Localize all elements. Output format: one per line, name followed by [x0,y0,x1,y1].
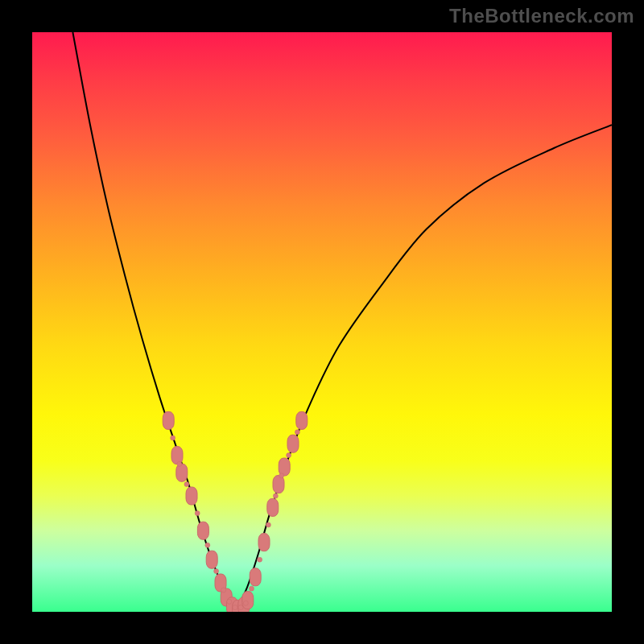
highlight-marker-dot [195,511,200,516]
highlight-marker [197,522,208,539]
highlight-marker-dot [273,493,278,498]
highlight-marker-dot [171,436,175,440]
curve-left-branch [72,32,235,612]
highlight-marker-dot [279,473,284,478]
highlight-marker [267,498,279,516]
highlight-marker [287,435,299,452]
highlight-marker-dot [214,569,219,574]
highlight-marker [296,411,308,429]
highlight-marker-dot [227,599,232,604]
highlight-marker-dot [258,557,262,562]
chart-frame: TheBottleneck.com [0,0,644,644]
highlight-marker-dot [184,482,189,487]
highlight-marker-dot [295,430,299,435]
highlight-marker-dot [250,586,254,591]
chart-svg [32,32,612,612]
highlight-marker [273,476,284,493]
highlight-marker-dot [177,461,182,466]
highlight-marker-dot [205,543,210,547]
highlight-marker-dot [243,601,248,605]
highlight-marker [258,534,270,551]
curve-right-branch [235,125,612,612]
plot-area [32,32,612,612]
highlight-marker [171,447,183,464]
highlight-marker [186,487,197,505]
highlight-marker-dot [221,588,226,592]
highlight-marker-dot [233,605,237,610]
watermark-text: TheBottleneck.com [449,5,634,27]
highlight-marker [250,568,261,586]
highlight-marker [242,592,254,609]
highlight-marker-dot [266,522,270,527]
highlight-markers [163,411,308,612]
highlight-marker-dot [287,453,291,458]
highlight-marker [279,458,290,476]
highlight-marker [176,464,188,481]
highlight-marker [163,411,174,429]
highlight-marker [206,551,217,568]
